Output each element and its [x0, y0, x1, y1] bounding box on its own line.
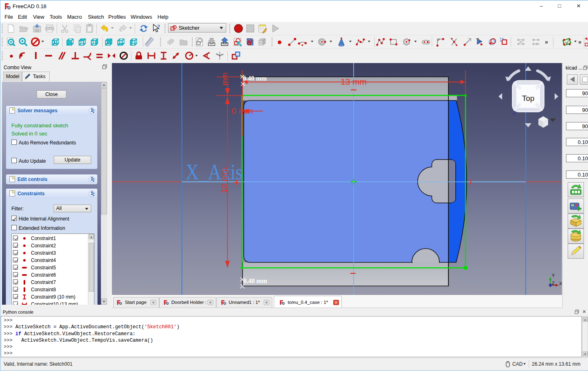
- svg-text:z: z: [512, 110, 515, 116]
- svg-text:m: m: [222, 79, 230, 85]
- svg-text:10 mm: 10 mm: [219, 167, 229, 193]
- svg-text:Y: Y: [552, 273, 555, 278]
- svg-text:0.40 mm: 0.40 mm: [243, 277, 267, 284]
- svg-text:13 mm: 13 mm: [341, 77, 367, 86]
- svg-text:?: ?: [157, 24, 160, 30]
- svg-text:X_Axis: X_Axis: [186, 159, 243, 184]
- svg-text:X: X: [559, 281, 562, 286]
- svg-text:Z: Z: [552, 281, 555, 286]
- svg-text:Top: Top: [522, 94, 535, 103]
- svg-text:0.40 mm: 0.40 mm: [243, 75, 267, 82]
